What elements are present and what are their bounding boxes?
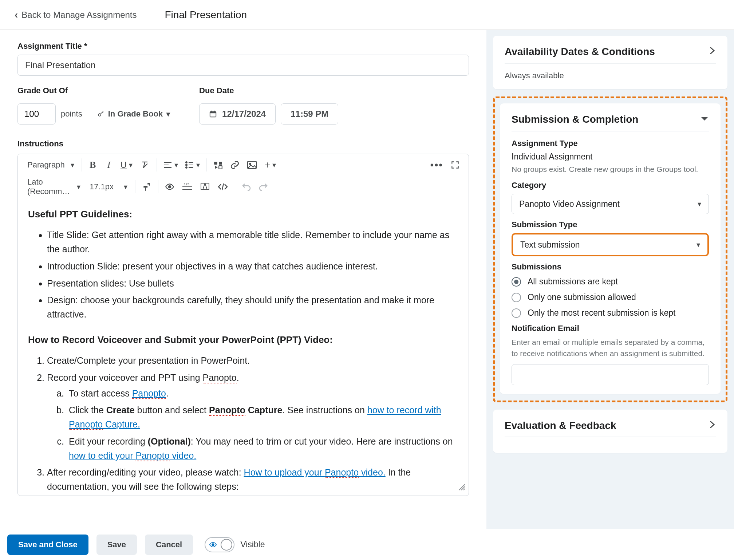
svg-point-30 bbox=[212, 544, 214, 546]
expand-icon[interactable] bbox=[709, 420, 716, 431]
undo-button[interactable] bbox=[238, 179, 255, 195]
svg-rect-15 bbox=[219, 162, 222, 165]
chevron-down-icon: ▾ bbox=[71, 161, 74, 169]
radio-most-recent[interactable]: Only the most recent submission is kept bbox=[512, 308, 709, 318]
svg-rect-17 bbox=[219, 166, 222, 169]
svg-rect-21 bbox=[145, 188, 146, 191]
bullet-item: Presentation slides: Use bullets bbox=[47, 276, 458, 291]
svg-rect-4 bbox=[214, 111, 215, 113]
font-family-select[interactable]: Lato (Recomm… ▾ bbox=[23, 179, 85, 195]
availability-summary: Always available bbox=[505, 71, 716, 80]
assignment-type-value: Individual Assignment bbox=[512, 152, 709, 162]
chevron-down-icon: ▾ bbox=[698, 200, 701, 208]
font-size-select[interactable]: 17.1px ▾ bbox=[85, 179, 132, 195]
editor-heading: How to Record Voiceover and Submit your … bbox=[28, 332, 458, 347]
more-actions-button[interactable]: ••• bbox=[427, 157, 447, 173]
svg-rect-3 bbox=[211, 111, 212, 113]
svg-point-0 bbox=[98, 114, 101, 116]
points-label: points bbox=[56, 107, 89, 121]
chevron-down-icon: ▾ bbox=[696, 240, 700, 249]
notification-email-input[interactable] bbox=[512, 364, 709, 385]
evaluation-panel: Evaluation & Feedback bbox=[493, 410, 727, 453]
calendar-icon bbox=[209, 110, 217, 118]
underline-button[interactable]: U▾ bbox=[117, 157, 136, 173]
save-and-close-button[interactable]: Save and Close bbox=[7, 535, 88, 555]
page-title: Final Presentation bbox=[151, 9, 247, 21]
radio-only-one[interactable]: Only one submission allowed bbox=[512, 292, 709, 302]
submission-title: Submission & Completion bbox=[512, 114, 638, 125]
collapse-icon[interactable] bbox=[700, 115, 709, 124]
list-item: Edit your recording (Optional): You may … bbox=[67, 434, 458, 463]
expand-icon[interactable] bbox=[709, 46, 716, 57]
visibility-toggle[interactable] bbox=[205, 537, 234, 552]
italic-button[interactable]: I bbox=[101, 157, 117, 173]
word-count-button[interactable]: 123 bbox=[178, 179, 196, 195]
chevron-down-icon: ▾ bbox=[196, 161, 200, 169]
radio-all-kept[interactable]: All submissions are kept bbox=[512, 277, 709, 287]
list-item: To start access Panopto. bbox=[67, 386, 458, 401]
source-code-button[interactable] bbox=[214, 179, 232, 195]
cancel-button[interactable]: Cancel bbox=[145, 535, 193, 555]
svg-marker-16 bbox=[215, 166, 218, 169]
svg-rect-20 bbox=[143, 186, 147, 188]
svg-point-22 bbox=[169, 186, 171, 188]
radio-icon bbox=[512, 277, 521, 287]
preview-button[interactable] bbox=[196, 179, 214, 195]
radio-icon bbox=[512, 293, 521, 302]
chevron-down-icon: ▾ bbox=[129, 161, 133, 169]
accessibility-button[interactable] bbox=[161, 179, 178, 195]
editor-toolbar: Paragraph ▾ B I U▾ ▾ bbox=[18, 154, 469, 198]
bullet-item: Introduction Slide: present your objecti… bbox=[47, 259, 458, 273]
align-button[interactable]: ▾ bbox=[160, 157, 182, 173]
chevron-down-icon: ▾ bbox=[166, 110, 170, 118]
notification-email-help: Enter an email or multiple emails separa… bbox=[512, 337, 709, 359]
insert-more-button[interactable]: + ▾ bbox=[261, 157, 280, 173]
paragraph-style-select[interactable]: Paragraph ▾ bbox=[23, 157, 79, 173]
insert-image-button[interactable] bbox=[243, 157, 261, 173]
eye-icon bbox=[209, 541, 217, 549]
format-painter-button[interactable] bbox=[138, 179, 155, 195]
assignment-title-input[interactable] bbox=[17, 55, 469, 76]
svg-point-9 bbox=[186, 164, 187, 166]
editor-content[interactable]: Useful PPT Guidelines: Title Slide: Get … bbox=[18, 198, 469, 496]
in-gradebook-label: In Grade Book bbox=[108, 109, 163, 119]
due-date-value: 12/17/2024 bbox=[222, 109, 266, 119]
availability-panel: Availability Dates & Conditions Always a… bbox=[493, 36, 727, 89]
bullet-item: Title Slide: Get attention right away wi… bbox=[47, 228, 458, 256]
submission-type-label: Submission Type bbox=[512, 220, 709, 229]
list-item: Record your voiceover and PPT using Pano… bbox=[47, 371, 458, 463]
redo-button[interactable] bbox=[255, 179, 272, 195]
assignment-type-label: Assignment Type bbox=[512, 139, 709, 148]
due-time-value: 11:59 PM bbox=[291, 109, 328, 119]
assignment-title-label: Assignment Title bbox=[17, 42, 469, 51]
list-button[interactable]: ▾ bbox=[182, 157, 204, 173]
submissions-label: Submissions bbox=[512, 262, 709, 272]
grade-points-input[interactable] bbox=[17, 103, 56, 125]
due-time-picker[interactable]: 11:59 PM bbox=[281, 103, 338, 125]
insert-stuff-button[interactable] bbox=[210, 157, 226, 173]
svg-text:123: 123 bbox=[184, 182, 189, 186]
quicklink-button[interactable] bbox=[226, 157, 243, 173]
radio-icon bbox=[512, 308, 521, 318]
category-select[interactable]: Panopto Video Assignment ▾ bbox=[512, 194, 709, 214]
in-gradebook-dropdown[interactable]: In Grade Book ▾ bbox=[89, 109, 170, 119]
grade-out-of-label: Grade Out Of bbox=[17, 86, 170, 95]
svg-rect-2 bbox=[210, 112, 216, 114]
how-to-upload-link[interactable]: How to upload your Panopto video. bbox=[244, 467, 386, 478]
panopto-link[interactable]: Panopto bbox=[132, 388, 166, 399]
resize-handle[interactable] bbox=[457, 481, 466, 493]
how-to-edit-link[interactable]: how to edit your Panopto video. bbox=[69, 450, 196, 461]
left-panel: Assignment Title Grade Out Of points In … bbox=[0, 30, 486, 529]
svg-point-8 bbox=[186, 162, 187, 163]
fullscreen-button[interactable] bbox=[447, 157, 463, 173]
save-button[interactable]: Save bbox=[96, 535, 137, 555]
bold-button[interactable]: B bbox=[85, 157, 101, 173]
back-label: Back to Manage Assignments bbox=[21, 10, 137, 20]
svg-rect-14 bbox=[214, 162, 217, 165]
back-to-assignments-link[interactable]: ‹ Back to Manage Assignments bbox=[0, 0, 151, 29]
chevron-down-icon: ▾ bbox=[77, 182, 80, 191]
instructions-label: Instructions bbox=[17, 139, 469, 149]
clear-format-button[interactable] bbox=[136, 157, 154, 173]
due-date-picker[interactable]: 12/17/2024 bbox=[199, 103, 276, 125]
submission-type-select[interactable]: Text submission ▾ bbox=[512, 233, 709, 256]
